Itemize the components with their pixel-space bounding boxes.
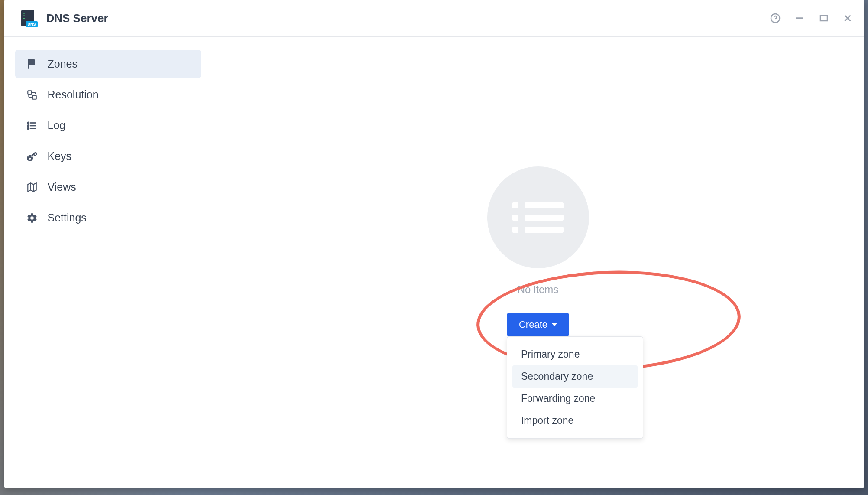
help-button[interactable]: [770, 13, 781, 23]
sidebar-item-label: Resolution: [48, 88, 99, 101]
svg-marker-17: [28, 183, 36, 192]
list-icon: [26, 120, 38, 132]
map-icon: [26, 181, 38, 193]
sidebar-item-label: Log: [48, 119, 66, 132]
dropdown-item-forwarding-zone[interactable]: Forwarding zone: [512, 388, 638, 410]
dropdown-item-import-zone[interactable]: Import zone: [512, 410, 638, 432]
sidebar-item-keys[interactable]: Keys: [15, 142, 201, 170]
sidebar-item-resolution[interactable]: Resolution: [15, 81, 201, 109]
create-button[interactable]: Create: [507, 313, 569, 336]
svg-point-12: [27, 125, 29, 126]
svg-rect-6: [28, 91, 32, 94]
sidebar-item-label: Zones: [48, 58, 78, 70]
gear-icon: [26, 212, 38, 224]
app-icon: DNS: [19, 9, 38, 27]
dropdown-item-secondary-zone[interactable]: Secondary zone: [512, 365, 638, 388]
key-icon: [26, 150, 38, 163]
window-controls: [770, 12, 853, 24]
sidebar-item-zones[interactable]: Zones: [15, 50, 201, 78]
maximize-button[interactable]: [819, 13, 829, 23]
titlebar: DNS DNS Server: [4, 0, 864, 37]
empty-state: No items Create Primary zone Secondary z…: [487, 166, 589, 336]
dropdown-item-primary-zone[interactable]: Primary zone: [512, 343, 638, 365]
dns-server-window: DNS DNS Server: [4, 0, 864, 488]
app-title: DNS Server: [46, 12, 770, 25]
empty-state-text: No items: [518, 283, 559, 296]
close-button[interactable]: [842, 13, 853, 24]
sidebar-item-log[interactable]: Log: [15, 111, 201, 140]
create-dropdown-container: Create Primary zone Secondary zone Forwa…: [507, 313, 569, 336]
minimize-button[interactable]: [794, 12, 806, 24]
create-dropdown-menu: Primary zone Secondary zone Forwarding z…: [507, 336, 643, 439]
content-area: Zones Resolution: [4, 37, 864, 488]
flag-icon: [26, 58, 38, 70]
chevron-down-icon: [552, 323, 557, 326]
sidebar-item-label: Keys: [48, 150, 72, 163]
empty-list-icon: [487, 166, 589, 268]
sidebar-item-label: Views: [48, 181, 76, 193]
sidebar-item-label: Settings: [48, 212, 87, 224]
svg-point-13: [27, 127, 29, 129]
svg-rect-3: [820, 16, 827, 21]
svg-rect-7: [32, 95, 36, 99]
svg-point-11: [27, 122, 29, 123]
main-panel: No items Create Primary zone Secondary z…: [212, 37, 864, 488]
resolution-icon: [26, 89, 38, 101]
sidebar-item-settings[interactable]: Settings: [15, 204, 201, 232]
create-button-label: Create: [519, 319, 547, 330]
svg-point-15: [29, 157, 30, 159]
sidebar-item-views[interactable]: Views: [15, 173, 201, 201]
sidebar: Zones Resolution: [4, 37, 212, 488]
